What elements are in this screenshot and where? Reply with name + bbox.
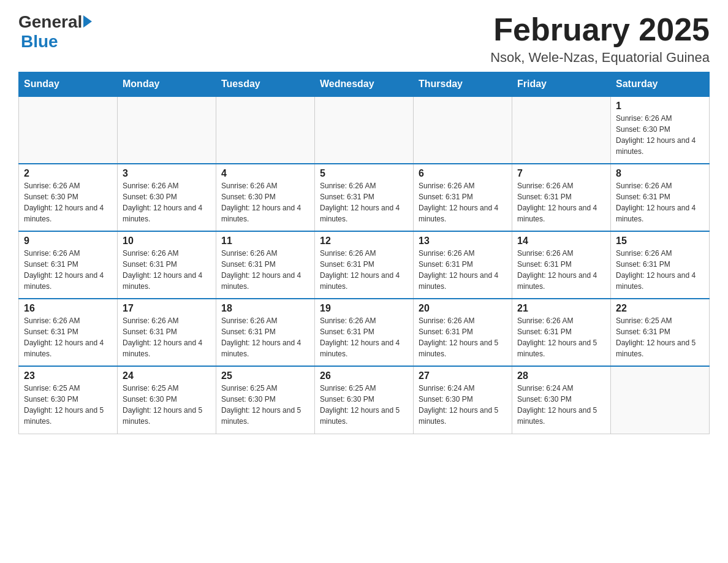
day-info: Sunrise: 6:26 AMSunset: 6:31 PMDaylight:… [123,315,211,359]
day-info: Sunrise: 6:25 AMSunset: 6:30 PMDaylight:… [123,383,211,427]
day-info: Sunrise: 6:26 AMSunset: 6:31 PMDaylight:… [221,315,309,359]
calendar-cell: 15Sunrise: 6:26 AMSunset: 6:31 PMDayligh… [611,231,710,299]
calendar-cell: 12Sunrise: 6:26 AMSunset: 6:31 PMDayligh… [315,231,414,299]
day-number: 10 [123,236,211,247]
day-info: Sunrise: 6:26 AMSunset: 6:31 PMDaylight:… [616,248,704,292]
calendar-cell: 27Sunrise: 6:24 AMSunset: 6:30 PMDayligh… [414,366,512,434]
calendar-cell: 20Sunrise: 6:26 AMSunset: 6:31 PMDayligh… [414,299,512,366]
day-info: Sunrise: 6:26 AMSunset: 6:31 PMDaylight:… [24,248,112,292]
calendar-week-row: 2Sunrise: 6:26 AMSunset: 6:30 PMDaylight… [19,164,710,231]
calendar-cell: 2Sunrise: 6:26 AMSunset: 6:30 PMDaylight… [19,164,118,231]
weekday-header-wednesday: Wednesday [315,72,414,97]
day-number: 1 [616,101,704,112]
day-number: 27 [419,370,507,381]
calendar-cell: 22Sunrise: 6:25 AMSunset: 6:31 PMDayligh… [611,299,710,366]
calendar-cell: 6Sunrise: 6:26 AMSunset: 6:31 PMDaylight… [414,164,512,231]
day-info: Sunrise: 6:24 AMSunset: 6:30 PMDaylight:… [517,383,605,427]
day-info: Sunrise: 6:26 AMSunset: 6:30 PMDaylight:… [221,180,309,224]
day-info: Sunrise: 6:26 AMSunset: 6:30 PMDaylight:… [616,113,704,157]
calendar-cell: 24Sunrise: 6:25 AMSunset: 6:30 PMDayligh… [118,366,216,434]
calendar-week-row: 23Sunrise: 6:25 AMSunset: 6:30 PMDayligh… [19,366,710,434]
calendar-cell: 17Sunrise: 6:26 AMSunset: 6:31 PMDayligh… [118,299,216,366]
calendar-week-row: 9Sunrise: 6:26 AMSunset: 6:31 PMDaylight… [19,231,710,299]
day-number: 2 [24,168,112,179]
day-info: Sunrise: 6:26 AMSunset: 6:31 PMDaylight:… [221,248,309,292]
day-number: 24 [123,370,211,381]
day-number: 15 [616,236,704,247]
weekday-header-monday: Monday [118,72,216,97]
day-number: 7 [517,168,605,179]
page-header: General Blue February 2025 Nsok, Wele-Nz… [18,12,710,66]
day-number: 12 [320,236,408,247]
day-number: 8 [616,168,704,179]
day-number: 5 [320,168,408,179]
day-info: Sunrise: 6:26 AMSunset: 6:30 PMDaylight:… [123,180,211,224]
day-number: 11 [221,236,309,247]
day-info: Sunrise: 6:26 AMSunset: 6:31 PMDaylight:… [320,315,408,359]
calendar-cell: 25Sunrise: 6:25 AMSunset: 6:30 PMDayligh… [216,366,315,434]
day-info: Sunrise: 6:25 AMSunset: 6:30 PMDaylight:… [221,383,309,427]
calendar-cell: 5Sunrise: 6:26 AMSunset: 6:31 PMDaylight… [315,164,414,231]
weekday-header-friday: Friday [512,72,611,97]
day-info: Sunrise: 6:26 AMSunset: 6:31 PMDaylight:… [419,248,507,292]
calendar-table: SundayMondayTuesdayWednesdayThursdayFrid… [18,72,710,434]
calendar-cell: 7Sunrise: 6:26 AMSunset: 6:31 PMDaylight… [512,164,611,231]
calendar-header-row: SundayMondayTuesdayWednesdayThursdayFrid… [19,72,710,97]
calendar-cell [414,96,512,164]
day-info: Sunrise: 6:26 AMSunset: 6:31 PMDaylight:… [517,315,605,359]
calendar-cell: 21Sunrise: 6:26 AMSunset: 6:31 PMDayligh… [512,299,611,366]
weekday-header-saturday: Saturday [611,72,710,97]
day-number: 22 [616,303,704,314]
calendar-cell: 16Sunrise: 6:26 AMSunset: 6:31 PMDayligh… [19,299,118,366]
logo-blue-text: Blue [21,32,58,52]
day-info: Sunrise: 6:26 AMSunset: 6:31 PMDaylight:… [517,248,605,292]
day-number: 13 [419,236,507,247]
day-number: 9 [24,236,112,247]
calendar-cell: 4Sunrise: 6:26 AMSunset: 6:30 PMDaylight… [216,164,315,231]
calendar-cell: 8Sunrise: 6:26 AMSunset: 6:31 PMDaylight… [611,164,710,231]
month-title: February 2025 [490,12,710,47]
day-info: Sunrise: 6:25 AMSunset: 6:30 PMDaylight:… [320,383,408,427]
calendar-cell: 11Sunrise: 6:26 AMSunset: 6:31 PMDayligh… [216,231,315,299]
day-info: Sunrise: 6:24 AMSunset: 6:30 PMDaylight:… [419,383,507,427]
day-number: 26 [320,370,408,381]
day-info: Sunrise: 6:26 AMSunset: 6:31 PMDaylight:… [320,180,408,224]
day-info: Sunrise: 6:26 AMSunset: 6:31 PMDaylight:… [616,180,704,224]
calendar-week-row: 16Sunrise: 6:26 AMSunset: 6:31 PMDayligh… [19,299,710,366]
day-info: Sunrise: 6:26 AMSunset: 6:30 PMDaylight:… [24,180,112,224]
day-info: Sunrise: 6:25 AMSunset: 6:30 PMDaylight:… [24,383,112,427]
weekday-header-sunday: Sunday [19,72,118,97]
calendar-cell [512,96,611,164]
calendar-cell: 19Sunrise: 6:26 AMSunset: 6:31 PMDayligh… [315,299,414,366]
calendar-cell [216,96,315,164]
logo-general-text: General [18,12,82,32]
calendar-cell: 9Sunrise: 6:26 AMSunset: 6:31 PMDaylight… [19,231,118,299]
day-number: 25 [221,370,309,381]
day-number: 14 [517,236,605,247]
day-number: 19 [320,303,408,314]
day-number: 28 [517,370,605,381]
day-number: 16 [24,303,112,314]
title-section: February 2025 Nsok, Wele-Nzas, Equatoria… [490,12,710,66]
calendar-cell: 26Sunrise: 6:25 AMSunset: 6:30 PMDayligh… [315,366,414,434]
calendar-cell: 10Sunrise: 6:26 AMSunset: 6:31 PMDayligh… [118,231,216,299]
logo: General Blue [18,12,92,52]
day-info: Sunrise: 6:26 AMSunset: 6:31 PMDaylight:… [320,248,408,292]
weekday-header-thursday: Thursday [414,72,512,97]
day-number: 17 [123,303,211,314]
logo-arrow-icon [83,15,92,28]
calendar-cell: 18Sunrise: 6:26 AMSunset: 6:31 PMDayligh… [216,299,315,366]
weekday-header-tuesday: Tuesday [216,72,315,97]
calendar-week-row: 1Sunrise: 6:26 AMSunset: 6:30 PMDaylight… [19,96,710,164]
calendar-cell [611,366,710,434]
calendar-cell: 1Sunrise: 6:26 AMSunset: 6:30 PMDaylight… [611,96,710,164]
day-info: Sunrise: 6:26 AMSunset: 6:31 PMDaylight:… [123,248,211,292]
calendar-cell: 14Sunrise: 6:26 AMSunset: 6:31 PMDayligh… [512,231,611,299]
day-number: 20 [419,303,507,314]
day-number: 18 [221,303,309,314]
calendar-cell [19,96,118,164]
day-number: 6 [419,168,507,179]
day-info: Sunrise: 6:25 AMSunset: 6:31 PMDaylight:… [616,315,704,359]
calendar-cell: 13Sunrise: 6:26 AMSunset: 6:31 PMDayligh… [414,231,512,299]
day-number: 21 [517,303,605,314]
